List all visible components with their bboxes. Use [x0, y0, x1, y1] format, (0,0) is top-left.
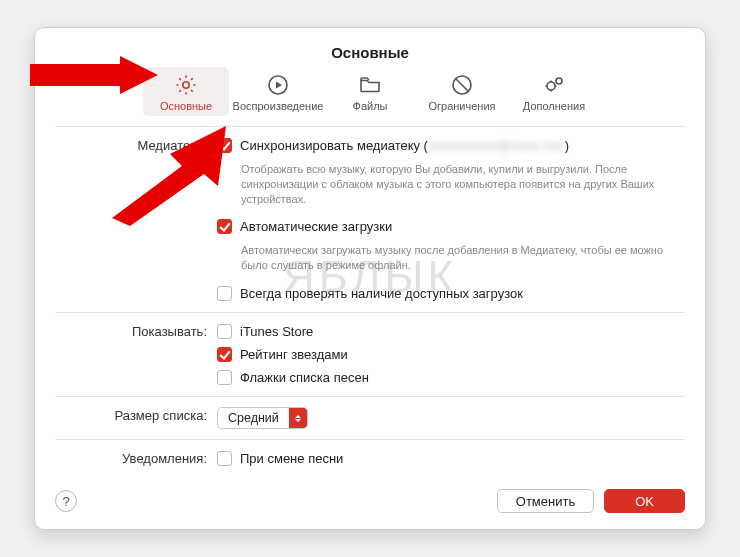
sync-library-desc: Отображать всю музыку, которую Вы добави…	[241, 162, 671, 207]
auto-downloads-desc: Автоматически загружать музыку после доб…	[241, 243, 671, 273]
stepper-icon	[289, 408, 307, 428]
itunes-store-label: iTunes Store	[240, 323, 313, 340]
always-check-label: Всегда проверять наличие доступных загру…	[240, 285, 523, 302]
always-check-checkbox[interactable]	[217, 286, 232, 301]
play-circle-icon	[266, 73, 290, 100]
section-label: Размер списка:	[55, 407, 217, 429]
star-ratings-checkbox[interactable]	[217, 347, 232, 362]
tab-advanced[interactable]: Дополнения	[511, 67, 597, 116]
tab-general[interactable]: Основные	[143, 67, 229, 116]
section-list-size: Размер списка: Средний	[55, 396, 685, 439]
svg-point-5	[556, 78, 562, 84]
tab-restrictions[interactable]: Ограничения	[419, 67, 505, 116]
help-button[interactable]: ?	[55, 490, 77, 512]
window-title: Основные	[55, 44, 685, 61]
tab-label: Дополнения	[523, 100, 585, 112]
section-label: Уведомления:	[55, 450, 217, 467]
account-obscured: xxxxxxxxxx@xxxx.xxx	[428, 137, 565, 154]
tab-label: Файлы	[353, 100, 388, 112]
folder-icon	[358, 73, 382, 100]
tab-playback[interactable]: Воспроизведение	[235, 67, 321, 116]
svg-point-4	[547, 82, 555, 90]
tab-label: Воспроизведение	[233, 100, 324, 112]
on-song-change-checkbox[interactable]	[217, 451, 232, 466]
list-size-value: Средний	[218, 411, 289, 425]
section-library: Медиатека: Синхронизировать медиатеку (x…	[55, 126, 685, 312]
prefs-toolbar: Основные Воспроизведение Файлы Ограничен…	[55, 67, 685, 116]
tab-files[interactable]: Файлы	[327, 67, 413, 116]
section-label: Показывать:	[55, 323, 217, 386]
ok-button[interactable]: OK	[604, 489, 685, 513]
svg-point-0	[183, 82, 189, 88]
list-size-select[interactable]: Средний	[217, 407, 308, 429]
svg-line-3	[456, 79, 468, 91]
gear-icon	[174, 73, 198, 100]
star-ratings-label: Рейтинг звездами	[240, 346, 348, 363]
song-flags-label: Флажки списка песен	[240, 369, 369, 386]
footer: ? Отменить OK	[55, 477, 685, 513]
no-entry-icon	[450, 73, 474, 100]
song-flags-checkbox[interactable]	[217, 370, 232, 385]
auto-downloads-checkbox[interactable]	[217, 219, 232, 234]
tab-label: Основные	[160, 100, 212, 112]
auto-downloads-label: Автоматические загрузки	[240, 218, 392, 235]
on-song-change-label: При смене песни	[240, 450, 343, 467]
section-label: Медиатека:	[55, 137, 217, 302]
sync-library-label: Синхронизировать медиатеку (xxxxxxxxxx@x…	[240, 137, 569, 154]
sync-library-checkbox[interactable]	[217, 138, 232, 153]
section-notifications: Уведомления: При смене песни	[55, 439, 685, 477]
tab-label: Ограничения	[428, 100, 495, 112]
cancel-button[interactable]: Отменить	[497, 489, 594, 513]
section-show: Показывать: iTunes Store Рейтинг звездам…	[55, 312, 685, 396]
preferences-window: Основные Основные Воспроизведение Файлы …	[34, 27, 706, 530]
itunes-store-checkbox[interactable]	[217, 324, 232, 339]
gears-icon	[542, 73, 566, 100]
